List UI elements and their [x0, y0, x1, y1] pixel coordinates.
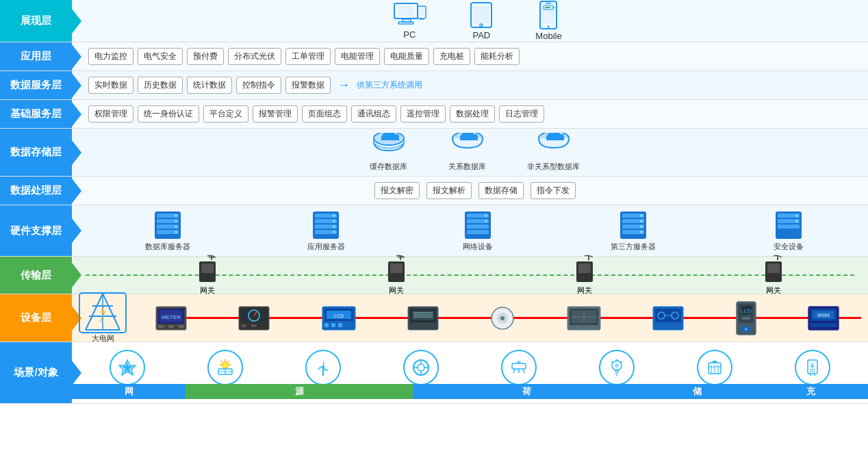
svg-rect-114	[324, 323, 329, 327]
svg-rect-108	[241, 324, 246, 327]
app-item-4: 工单管理	[285, 48, 331, 65]
pc-icon	[392, 2, 427, 28]
scene-chuneng-circle	[697, 350, 732, 385]
dp-item-1: 报文解析	[426, 182, 472, 199]
pad-icon	[468, 1, 494, 29]
svg-point-76	[795, 220, 798, 222]
bs-item-7: 数据处理	[450, 105, 495, 123]
svg-line-179	[611, 361, 613, 363]
svg-rect-84	[578, 264, 591, 273]
app-item-5: 电能管理	[335, 48, 380, 65]
nosql-db-label: 非关系型数据库	[527, 162, 580, 172]
scene-content: 变电所	[72, 346, 868, 399]
svg-point-67	[640, 214, 643, 217]
svg-rect-116	[338, 323, 342, 327]
cache-db-label: 缓存数据库	[370, 162, 407, 172]
base-service-layer-row: 基础服务层 权限管理 统一身份认证 平台定义 报警管理 页面组态 通讯组态 遥控…	[0, 100, 868, 129]
gateway-2-label: 网关	[577, 285, 592, 296]
scene-dianji-circle	[403, 350, 439, 385]
pc-label: PC	[403, 29, 416, 40]
svg-point-9	[480, 24, 483, 27]
svg-text:88888: 88888	[817, 313, 830, 318]
svg-line-89	[86, 294, 103, 330]
dp-item-0: 报文解密	[374, 182, 420, 199]
solar-icon	[216, 358, 235, 377]
scene-layer-row: 场景/对象 变电所	[0, 342, 868, 404]
pc-device: PC	[392, 2, 427, 40]
bottom-bar-he: 荷	[413, 384, 640, 399]
device-layer-row: 设备层 大电网	[0, 294, 868, 342]
gateway-1-label: 网关	[389, 285, 404, 296]
svg-text:LCD: LCD	[741, 308, 752, 314]
bs-item-5: 通讯组态	[351, 105, 396, 123]
app-item-8: 能耗分析	[474, 48, 520, 65]
nosql-db-icon	[537, 133, 571, 159]
mobile-label: Mobile	[535, 31, 561, 41]
base-service-label: 基础服务层	[0, 100, 72, 128]
svg-rect-81	[390, 264, 403, 273]
hw-third-party: 第三方服务器	[611, 210, 656, 252]
gateway-row: 网关 网关	[113, 255, 868, 296]
dev-hw-0: METER	[155, 305, 188, 331]
transport-content: 网关 网关	[72, 255, 868, 296]
scene-chongdian-circle	[795, 350, 830, 385]
svg-point-151	[222, 361, 229, 368]
scene-guangfu-circle	[207, 350, 243, 385]
svg-point-75	[795, 214, 798, 217]
hardware-label: 硬件支撑层	[0, 205, 72, 256]
presentation-layer-row: 展现层 PC	[0, 0, 868, 42]
security-icon	[773, 210, 804, 240]
third-party-label: 供第三方系统调用	[357, 79, 422, 91]
svg-point-51	[333, 214, 335, 217]
third-party-server-icon	[617, 210, 649, 240]
svg-point-68	[640, 220, 643, 222]
big-grid-item: 大电网	[79, 292, 127, 344]
scene-label: 场景/对象	[0, 342, 72, 403]
svg-rect-115	[331, 323, 335, 327]
svg-point-44	[175, 225, 177, 228]
arrow-right-icon: →	[337, 78, 350, 92]
hw-security: 安全设备	[773, 210, 804, 252]
app-item-0: 电力监控	[88, 48, 133, 65]
hw-app-server: 应用服务器	[307, 210, 345, 252]
svg-point-54	[333, 231, 335, 233]
svg-rect-5	[419, 8, 424, 16]
svg-rect-78	[201, 264, 214, 273]
relational-db: 关系数据库	[448, 133, 486, 172]
svg-point-142	[745, 328, 748, 331]
mobile-device: Mobile	[535, 1, 561, 41]
scene-zhaoming-circle	[599, 350, 635, 385]
big-grid-label: 大电网	[92, 333, 114, 344]
power-grid-icon	[79, 292, 127, 333]
data-proc-layer-row: 数据处理层 报文解密 报文解析 数据存储 指令下发	[0, 177, 868, 205]
svg-line-155	[221, 361, 222, 362]
dev-hw-4	[489, 305, 515, 331]
charger-icon: LCD	[735, 300, 757, 336]
app-item-3: 分布式光伏	[228, 48, 281, 65]
svg-point-60	[485, 214, 487, 217]
data-store-layer-row: 数据存储层 缓存数据库	[0, 129, 868, 177]
svg-line-153	[229, 361, 229, 362]
bs-item-4: 页面组态	[302, 105, 347, 123]
hw-db-server: 数据库服务器	[145, 210, 190, 252]
svg-rect-140	[742, 317, 750, 320]
transport-layer-row: 传输层 网关	[0, 257, 868, 294]
device-hw-row: METER	[133, 300, 861, 336]
hw-app-server-label: 应用服务器	[307, 242, 345, 252]
app-item-1: 电气安全	[138, 48, 183, 65]
svg-rect-102	[168, 325, 174, 328]
svg-point-53	[333, 225, 335, 228]
gateway-2: 网关	[574, 255, 596, 296]
svg-rect-184	[713, 361, 717, 363]
svg-point-163	[418, 364, 424, 371]
hw-third-party-label: 第三方服务器	[611, 242, 656, 252]
svg-rect-30	[460, 136, 478, 140]
svg-point-42	[175, 214, 177, 217]
data-service-layer-row: 数据服务层 实时数据 历史数据 统计数据 控制指令 报警数据 → 供第三方系统调…	[0, 71, 868, 100]
relational-db-label: 关系数据库	[448, 162, 486, 172]
data-service-label: 数据服务层	[0, 71, 72, 99]
svg-rect-101	[158, 325, 164, 328]
hw-network: 网络设备	[462, 210, 494, 252]
charger2-icon	[803, 358, 822, 377]
meter-3-icon	[407, 305, 439, 331]
